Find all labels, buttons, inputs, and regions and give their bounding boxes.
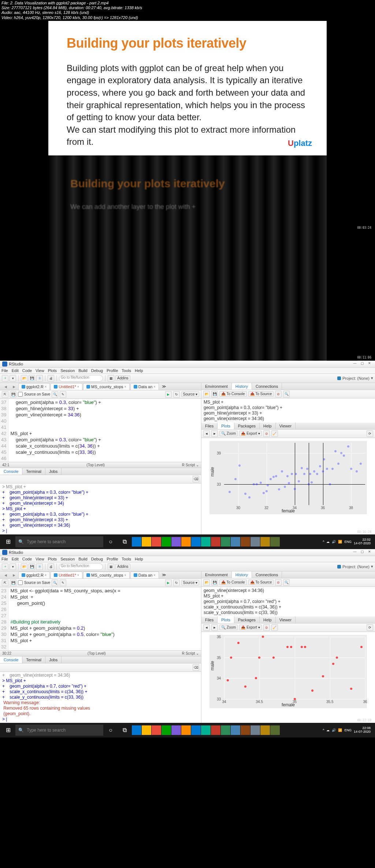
- save-history-button[interactable]: 💾: [211, 579, 218, 586]
- close-tab-icon[interactable]: ×: [45, 385, 47, 389]
- plot-tab-packages[interactable]: Packages: [234, 617, 260, 623]
- code-editor[interactable]: 37383940414243444546 geom_point(alpha = …: [0, 399, 201, 462]
- taskbar-app-icon[interactable]: [152, 725, 161, 735]
- popout-button[interactable]: ⇱: [2, 391, 8, 398]
- taskbar-app-icon[interactable]: [250, 537, 260, 547]
- menu-view[interactable]: View: [36, 557, 44, 561]
- plot-tab-plots[interactable]: Plots: [218, 617, 234, 623]
- source-on-save-checkbox[interactable]: [18, 580, 23, 585]
- save-button[interactable]: 💾: [29, 563, 35, 570]
- source-tab[interactable]: ggplot2.R×: [18, 383, 50, 390]
- taskbar-app-icon[interactable]: [260, 725, 270, 735]
- plot-tab-plots[interactable]: Plots: [218, 423, 234, 429]
- project-selector[interactable]: Project: (None) ▾: [337, 376, 373, 380]
- source-tab[interactable]: Data an×: [130, 383, 159, 390]
- taskbar-app-icon[interactable]: [171, 725, 181, 735]
- taskbar-app-icon[interactable]: [241, 537, 250, 547]
- close-tab-icon[interactable]: ×: [77, 385, 79, 389]
- close-tab-icon[interactable]: ×: [153, 385, 155, 389]
- taskbar-app-icon[interactable]: [181, 537, 191, 547]
- taskbar-app-icon[interactable]: [142, 725, 151, 735]
- menu-tools[interactable]: Tools: [122, 368, 131, 373]
- taskbar-app-icon[interactable]: [132, 725, 141, 735]
- menu-build[interactable]: Build: [78, 368, 87, 373]
- load-button[interactable]: 📂: [203, 391, 210, 397]
- clear-console-button[interactable]: ⌫: [193, 664, 199, 671]
- fwd-button[interactable]: ►: [10, 572, 18, 578]
- plot-tab-help[interactable]: Help: [260, 617, 276, 623]
- menu-plots[interactable]: Plots: [48, 557, 57, 561]
- taskbar-app-icon[interactable]: [211, 725, 220, 735]
- to-source-button[interactable]: 📤 To Source: [248, 391, 274, 397]
- search-button[interactable]: 🔍: [283, 391, 290, 397]
- goto-file-input[interactable]: Go to file/function: [59, 563, 103, 570]
- to-console-button[interactable]: 📥 To Console: [219, 391, 247, 397]
- menu-debug[interactable]: Debug: [91, 368, 103, 373]
- source-tab[interactable]: Data an×: [130, 571, 159, 578]
- taskbar-app-icon[interactable]: [221, 537, 230, 547]
- plot-prev-button[interactable]: ◄: [203, 624, 210, 631]
- menu-edit[interactable]: Edit: [12, 557, 19, 561]
- save-all-button[interactable]: ⎘: [36, 563, 43, 570]
- new-project-button[interactable]: ▾: [10, 563, 16, 570]
- env-tab-history[interactable]: History: [232, 571, 252, 578]
- rerun-button[interactable]: ↻: [173, 391, 180, 398]
- cortana-button[interactable]: ○: [104, 724, 117, 737]
- system-tray[interactable]: ^☁🔊📶 ENG 22:08 14-07-2020: [323, 727, 374, 734]
- zoom-button[interactable]: 🔍 Zoom: [219, 625, 238, 630]
- menu-plots[interactable]: Plots: [48, 368, 57, 373]
- env-tab-history[interactable]: History: [232, 383, 252, 390]
- close-tab-icon[interactable]: ×: [153, 573, 155, 577]
- menu-code[interactable]: Code: [22, 368, 32, 373]
- menu-profile[interactable]: Profile: [107, 557, 118, 561]
- titlebar[interactable]: RStudio — ▢ ✕: [0, 549, 375, 556]
- source-on-save-checkbox[interactable]: [18, 392, 23, 397]
- menu-view[interactable]: View: [36, 368, 44, 373]
- rerun-button[interactable]: ↻: [173, 580, 180, 586]
- close-tab-icon[interactable]: ×: [125, 385, 126, 389]
- taskbar-app-icon[interactable]: [231, 725, 240, 735]
- console-tab-jobs[interactable]: Jobs: [45, 468, 62, 475]
- remove-plot-button[interactable]: ⊘: [263, 624, 270, 631]
- load-button[interactable]: 📂: [203, 579, 210, 586]
- back-button[interactable]: ◄: [1, 572, 10, 578]
- system-tray[interactable]: ^☁🔊📶 ENG 22:02 14-07-2020: [323, 538, 374, 545]
- plot-tab-packages[interactable]: Packages: [234, 423, 260, 429]
- new-file-button[interactable]: ＋: [2, 563, 8, 570]
- open-button[interactable]: 📂: [21, 563, 27, 570]
- wand-button[interactable]: ✎: [60, 580, 66, 586]
- taskbar-app-icon[interactable]: [161, 537, 171, 547]
- taskbar-search[interactable]: 🔍 Type here to search: [15, 536, 103, 547]
- export-button[interactable]: 📤 Export ▾: [239, 431, 261, 436]
- console-tab-console[interactable]: Console: [0, 468, 22, 475]
- remove-plot-button[interactable]: ⊘: [263, 430, 270, 437]
- source-tab[interactable]: MS_county_stops×: [83, 383, 130, 390]
- taskbar-app-icon[interactable]: [132, 537, 141, 547]
- taskbar-app-icon[interactable]: [152, 537, 161, 547]
- run-button[interactable]: ▶: [165, 580, 172, 586]
- history-pane[interactable]: MS_plot +geom_point(alpha = 0.3, color= …: [201, 398, 375, 423]
- clear-console-button[interactable]: ⌫: [193, 476, 199, 482]
- refresh-button[interactable]: ⟳: [367, 430, 373, 437]
- grid-button[interactable]: ▦: [108, 375, 114, 382]
- to-source-button[interactable]: 📤 To Source: [248, 580, 274, 585]
- plot-next-button[interactable]: ►: [211, 624, 218, 631]
- menu-file[interactable]: File: [1, 557, 8, 561]
- menu-debug[interactable]: Debug: [91, 557, 103, 561]
- plot-tab-files[interactable]: Files: [201, 423, 218, 429]
- plot-prev-button[interactable]: ◄: [203, 430, 210, 437]
- save-button[interactable]: 💾: [10, 580, 16, 586]
- addins-button[interactable]: Addins: [115, 564, 130, 569]
- menu-session[interactable]: Session: [60, 368, 75, 373]
- search-button[interactable]: 🔍: [283, 579, 290, 586]
- taskbar-app-icon[interactable]: [201, 537, 211, 547]
- menu-session[interactable]: Session: [60, 557, 75, 561]
- taskbar-app-icon[interactable]: [142, 537, 151, 547]
- taskbar-app-icon[interactable]: [191, 725, 201, 735]
- wand-button[interactable]: ✎: [60, 391, 66, 398]
- console-tab-terminal[interactable]: Terminal: [22, 656, 45, 663]
- menu-file[interactable]: File: [1, 368, 8, 373]
- print-button[interactable]: 🖨: [48, 375, 54, 382]
- to-console-button[interactable]: 📥 To Console: [219, 580, 247, 585]
- start-button[interactable]: ⊞: [1, 535, 15, 548]
